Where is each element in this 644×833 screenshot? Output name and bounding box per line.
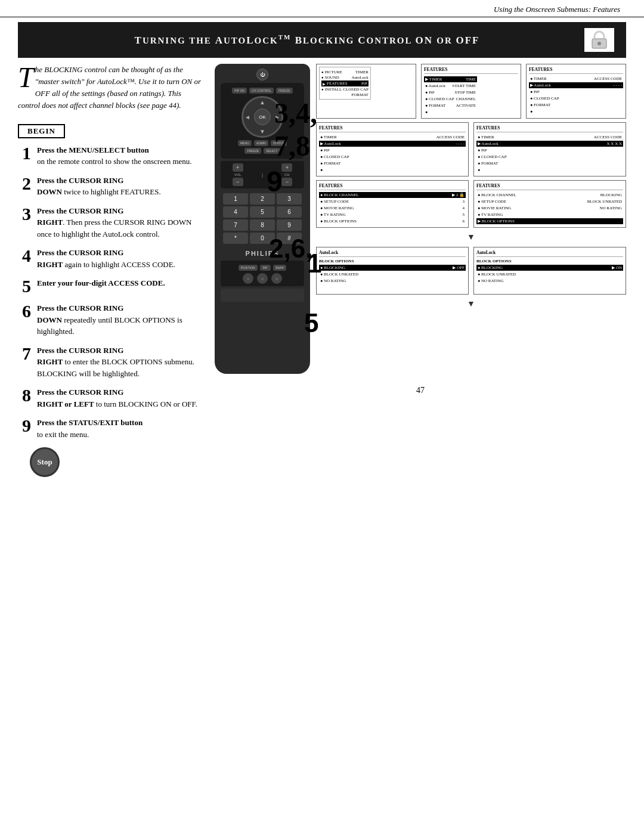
btn-star[interactable]: *	[223, 233, 248, 244]
freeze-btn[interactable]: FREEZE	[276, 88, 293, 94]
transport-row: POSITION PiP SWAP	[223, 265, 302, 271]
screens-row-4: AutoLock BLOCK OPTIONS ● BLOCKING ▶ OFF …	[316, 247, 626, 295]
step-5: 5 Enter your four-digit ACCESS CODE.	[18, 277, 203, 295]
btn-5[interactable]: 5	[250, 206, 275, 218]
step-8-content: Press the CURSOR RING RIGHT or LEFT to t…	[37, 386, 197, 410]
arrow-down-2: ▼	[316, 299, 626, 309]
step-6-number: 6	[18, 302, 31, 320]
cursor-up-icon: ▲	[259, 99, 265, 106]
ch-up-btn[interactable]: +	[281, 163, 292, 172]
lower-btn-row: FREEZE SELECT	[224, 148, 301, 154]
btn-7[interactable]: 7	[223, 219, 248, 231]
freeze2-btn[interactable]: FREEZE	[244, 148, 261, 154]
step-9: 9 Press the STATUS/EXIT button to exit t…	[18, 417, 203, 440]
step-9-number: 9	[18, 417, 31, 435]
arrow-down-1: ▼	[316, 233, 626, 242]
overlay-number-9: 9	[267, 165, 283, 198]
step-1-number: 1	[18, 144, 31, 162]
left-column: T he BLOCKING control can be thought of …	[18, 64, 203, 477]
bottom-btns: ○ ○ ○	[223, 273, 302, 284]
overlay-number-246: 2,6,	[269, 234, 312, 264]
drop-cap: T	[18, 66, 34, 89]
mid-btn-row: MENU ADMIN STATUS	[224, 140, 301, 146]
screen-top-far-right: FEATURES ● TIMERACCESS CODE ▶ AutoLock- …	[526, 64, 626, 119]
main-menu-panel: ●PICTURETIMER ●SOUNDAutoLock ▶FEATURESPi…	[319, 67, 371, 100]
remote-battery-cover	[221, 289, 304, 302]
screen-mid-left: FEATURES ● TIMERACCESS CODE ▶ AutoLock- …	[316, 122, 469, 176]
step-3: 3 Press the CURSOR RING RIGHT. Then pres…	[18, 205, 203, 240]
step-7-content: Press the CURSOR RING RIGHT to enter the…	[37, 345, 203, 380]
step-2: 2 Press the CURSOR RING DOWN twice to hi…	[18, 175, 203, 198]
swap-btn[interactable]: SWAP	[273, 265, 287, 271]
step-9-content: Press the STATUS/EXIT button to exit the…	[37, 417, 143, 440]
step-4: 4 Press the CURSOR RING RIGHT again to h…	[18, 247, 203, 270]
right-column: 3,4, 7,8 9 2,6, 1 5 ⏻ PiP ON CH CONTROL …	[215, 64, 626, 477]
intro-text: T he BLOCKING control can be thought of …	[18, 64, 203, 112]
overlay-number-1: 1	[307, 249, 321, 278]
step-3-content: Press the CURSOR RING RIGHT. Then press …	[37, 205, 203, 240]
cursor-center-btn[interactable]: OK	[254, 109, 271, 125]
ch-label: CH	[284, 173, 290, 176]
screen-lower-left: FEATURES ● BLOCK CHANNEL ▶ 2 🔒 ● SETUP C…	[316, 180, 469, 228]
select-btn[interactable]: SELECT	[264, 148, 280, 154]
top-btn-row: PiP ON CH CONTROL FREEZE	[224, 88, 301, 94]
stop-badge: Stop	[30, 447, 60, 477]
step-4-number: 4	[18, 247, 31, 265]
cursor-down-icon: ▼	[259, 128, 265, 135]
btn-8[interactable]: 8	[250, 219, 275, 231]
step-7-number: 7	[18, 345, 31, 363]
screen-lower-right: FEATURES ● BLOCK CHANNELBLOCKING ● SETUP…	[473, 180, 626, 228]
screen-top-right: FEATURES ▶ TIMERTIME ● AutoLockSTART TIM…	[421, 64, 521, 119]
btn-6[interactable]: 6	[277, 206, 302, 218]
circle-btn-3[interactable]: ○	[271, 273, 282, 284]
screen-autolock-left: AutoLock BLOCK OPTIONS ● BLOCKING ▶ OFF …	[316, 247, 469, 295]
step-2-content: Press the CURSOR RING DOWN twice to high…	[37, 175, 161, 198]
step-1: 1 Press the MENU/SELECT button on the re…	[18, 144, 203, 168]
cursor-ring[interactable]: ▲ ▼ ◄ ► OK	[242, 96, 283, 138]
begin-badge: BEGIN	[18, 124, 65, 138]
lock-icon	[584, 28, 614, 52]
step-8: 8 Press the CURSOR RING RIGHT or LEFT to…	[18, 386, 203, 410]
ch-down-btn[interactable]: −	[281, 178, 292, 186]
step-8-number: 8	[18, 386, 31, 404]
menu-btn[interactable]: MENU	[238, 140, 252, 146]
screen-top-left: ●PICTURETIMER ●SOUNDAutoLock ▶FEATURESPi…	[316, 64, 416, 119]
cursor-left-icon: ◄	[244, 114, 250, 120]
page-number: 47	[416, 386, 425, 395]
btn-9[interactable]: 9	[277, 219, 302, 231]
step-2-number: 2	[18, 175, 31, 193]
header-text: Using the Onscreen Submenus: Features	[494, 5, 620, 14]
steps-list: 1 Press the MENU/SELECT button on the re…	[18, 144, 203, 441]
step-3-number: 3	[18, 205, 31, 223]
overlay-number-5: 5	[304, 308, 318, 338]
remote-top: ⏻	[221, 69, 304, 80]
admin-btn[interactable]: ADMIN	[254, 140, 268, 146]
step-4-content: Press the CURSOR RING RIGHT again to hig…	[37, 247, 175, 270]
screens-column: ●PICTURETIMER ●SOUNDAutoLock ▶FEATURESPi…	[316, 64, 626, 310]
pip-btn[interactable]: PiP	[260, 265, 271, 271]
screens-row-1: ●PICTURETIMER ●SOUNDAutoLock ▶FEATURESPi…	[316, 64, 626, 119]
page-header: Using the Onscreen Submenus: Features	[0, 0, 644, 17]
screen-mid-right: FEATURES ● TIMERACCESS CODE ▶ AutoLockX …	[473, 122, 626, 176]
title-bar: TURNING THE AUTOLOCKTM BLOCKING CONTROL …	[18, 22, 626, 58]
pip-on-btn[interactable]: PiP ON	[232, 88, 247, 94]
step-5-number: 5	[18, 277, 31, 295]
btn-1[interactable]: 1	[223, 193, 248, 205]
screens-row-3: FEATURES ● BLOCK CHANNEL ▶ 2 🔒 ● SETUP C…	[316, 180, 626, 228]
vol-label: VOL	[234, 173, 242, 176]
power-button[interactable]: ⏻	[256, 69, 268, 80]
btn-4[interactable]: 4	[223, 206, 248, 218]
status-btn[interactable]: STATUS	[271, 140, 287, 146]
circle-btn-1[interactable]: ○	[243, 273, 253, 284]
position-btn[interactable]: POSITION	[239, 265, 258, 271]
screen-autolock-right: AutoLock BLOCK OPTIONS ● BLOCKING ▶ ON ●…	[473, 247, 626, 295]
ch-control-btn[interactable]: CH CONTROL	[249, 88, 274, 94]
step-6-content: Press the CURSOR RING DOWN repeatedly un…	[37, 302, 203, 337]
vol-up-btn[interactable]: +	[233, 163, 243, 172]
remote-screens-container: 3,4, 7,8 9 2,6, 1 5 ⏻ PiP ON CH CONTROL …	[215, 64, 626, 374]
page-title: TURNING THE AUTOLOCKTM BLOCKING CONTROL …	[30, 33, 584, 47]
circle-btn-2[interactable]: ○	[257, 273, 268, 284]
step-7: 7 Press the CURSOR RING RIGHT to enter t…	[18, 345, 203, 380]
step-1-content: Press the MENU/SELECT button on the remo…	[37, 144, 192, 168]
vol-down-btn[interactable]: −	[233, 178, 243, 186]
